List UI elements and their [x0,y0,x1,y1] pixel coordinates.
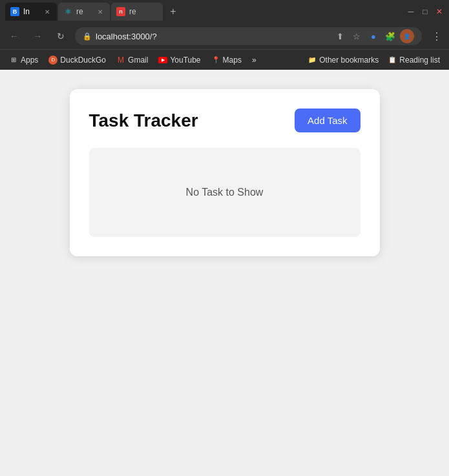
bookmark-gmail[interactable]: M Gmail [112,54,152,67]
tab-bar: B In ✕ ⚛ re ✕ n re + [5,3,401,21]
new-tab-button[interactable]: + [164,3,182,21]
bookmarks-bar: ⊞ Apps D DuckDuckGo M Gmail ▶ YouTube 📍 … [0,49,449,70]
bookmark-maps[interactable]: 📍 Maps [207,54,245,67]
tab3-label: re [129,7,136,16]
bookmark-other-label: Other bookmarks [319,56,379,65]
gmail-icon: M [116,56,125,65]
tab3-favicon: n [116,7,125,16]
task-tracker-card: Task Tracker Add Task No Task to Show [70,89,380,256]
minimize-button[interactable]: ─ [406,7,415,16]
lock-icon: 🔒 [83,32,92,41]
url-text: localhost:3000/? [96,32,157,41]
apps-icon: ⊞ [9,56,18,65]
title-bar: B In ✕ ⚛ re ✕ n re + ─ □ ✕ [0,0,449,23]
bookmark-youtube-label: YouTube [170,56,200,65]
bookmark-duckduckgo[interactable]: D DuckDuckGo [45,54,110,67]
other-bookmarks-icon: 📁 [308,56,317,65]
address-bar[interactable]: 🔒 localhost:3000/? ⬆ ☆ ● 🧩 👤 [75,27,422,45]
maps-icon: 📍 [211,56,220,65]
empty-tasks-message: No Task to Show [186,187,264,198]
tab-1[interactable]: B In ✕ [5,3,57,21]
window-controls: ─ □ ✕ [406,7,444,16]
extensions-icon[interactable]: 🧩 [383,29,397,43]
tab2-close[interactable]: ✕ [96,7,105,16]
bookmark-reading-list-label: Reading list [399,56,440,65]
duckduckgo-icon: D [48,56,57,65]
card-header: Task Tracker Add Task [89,109,360,132]
maximize-button[interactable]: □ [421,7,430,16]
tab1-close[interactable]: ✕ [43,7,52,16]
menu-button[interactable]: ⋮ [430,29,444,43]
tab1-label: In [23,7,30,16]
youtube-icon: ▶ [158,57,167,63]
bookmark-duckduckgo-label: DuckDuckGo [60,56,106,65]
forward-button[interactable]: → [28,27,47,45]
bookmark-other[interactable]: 📁 Other bookmarks [304,54,382,67]
bookmark-more-label: » [252,56,256,65]
bookmark-maps-label: Maps [223,56,242,65]
page-content: Task Tracker Add Task No Task to Show [0,70,449,476]
profile-avatar[interactable]: 👤 [400,29,414,43]
bookmark-gmail-label: Gmail [128,56,148,65]
tab2-favicon: ⚛ [63,7,72,16]
bookmark-more[interactable]: » [248,54,260,67]
tab1-favicon: B [10,7,19,16]
share-icon[interactable]: ⬆ [333,29,347,43]
tab-3[interactable]: n re [111,3,163,21]
bookmarks-right: 📁 Other bookmarks 📋 Reading list [304,54,444,67]
chrome-icon[interactable]: ● [366,29,381,43]
card-title: Task Tracker [89,110,198,131]
tab-2[interactable]: ⚛ re ✕ [58,3,110,21]
back-button[interactable]: ← [5,27,23,45]
bookmark-youtube[interactable]: ▶ YouTube [154,54,204,67]
close-button[interactable]: ✕ [435,7,444,16]
bookmark-apps-label: Apps [21,56,38,65]
add-task-button[interactable]: Add Task [295,109,360,132]
star-icon[interactable]: ☆ [350,29,364,43]
reading-list-icon: 📋 [388,56,397,65]
tab2-label: re [76,7,83,16]
empty-tasks-area: No Task to Show [89,148,360,237]
bookmark-apps[interactable]: ⊞ Apps [5,54,42,67]
bookmark-reading-list[interactable]: 📋 Reading list [384,54,444,67]
address-right-icons: ⬆ ☆ ● 🧩 👤 [333,29,414,43]
refresh-button[interactable]: ↻ [52,27,70,45]
address-bar-row: ← → ↻ 🔒 localhost:3000/? ⬆ ☆ ● 🧩 👤 ⋮ [0,23,449,49]
